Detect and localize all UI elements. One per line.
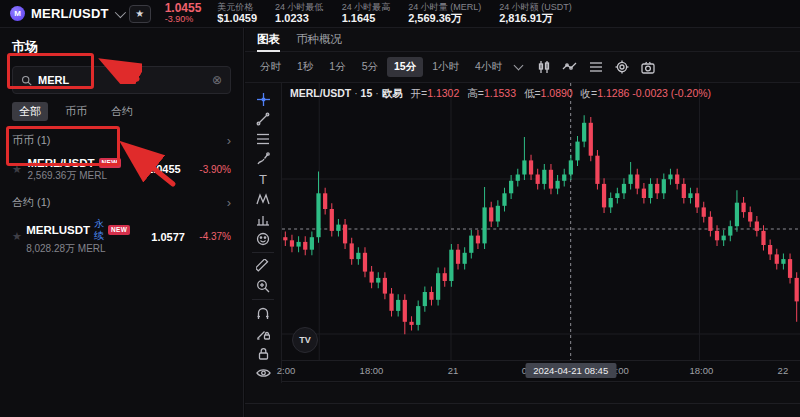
tab-futures[interactable]: 合约	[104, 102, 140, 121]
high-value: 1.1533	[484, 87, 516, 99]
new-badge: NEW	[108, 225, 130, 235]
star-icon[interactable]: ★	[12, 230, 26, 243]
search-icon	[21, 75, 32, 86]
search-input[interactable]: MERL ⊗	[12, 66, 231, 94]
candlestick-style-icon[interactable]	[532, 57, 556, 77]
chart-panel: 图表 币种概况 分时 1秒 1分 5分 15分 1小时 4小时	[245, 28, 800, 417]
market-row-merl-usdt[interactable]: ★ MERL/USDT NEW 2,569.36万 MERL 1.0455 -3…	[12, 156, 231, 183]
new-badge: NEW	[99, 158, 121, 168]
tab-coin-overview[interactable]: 币种概况	[296, 28, 342, 52]
stat-24h-low: 24 小时最低 1.0233	[275, 2, 324, 25]
candle-change: -0.0023 (-0.20%)	[632, 87, 711, 99]
drawing-toolbar: T	[245, 83, 282, 383]
tf-4h[interactable]: 4小时	[468, 57, 509, 77]
low-value: 1.0890	[541, 87, 573, 99]
close-value: 1.1286	[597, 87, 629, 99]
stat-usd-price: 美元价格 $1.0459	[217, 2, 257, 25]
tf-15m[interactable]: 15分	[387, 57, 423, 77]
screenshot-icon[interactable]	[636, 57, 660, 77]
zoom-in-icon[interactable]	[251, 276, 275, 296]
tf-time[interactable]: 分时	[253, 57, 288, 77]
toolbar-divider	[252, 299, 274, 300]
chevron-down-icon[interactable]	[513, 61, 523, 71]
fib-retracement-icon[interactable]	[251, 129, 275, 149]
tf-1m[interactable]: 1分	[322, 57, 352, 77]
trading-app: M MERL/USDT ★ 1.0455 -3.90% 美元价格 $1.0459…	[0, 0, 800, 417]
section-futures-header[interactable]: 合约 (1) ›	[12, 195, 231, 210]
timeframe-toolbar: 分时 1秒 1分 5分 15分 1小时 4小时	[245, 52, 800, 83]
brush-icon[interactable]	[251, 149, 275, 169]
price-change: -3.90%	[165, 15, 202, 24]
tab-chart[interactable]: 图表	[257, 28, 280, 52]
settings-gear-icon[interactable]	[610, 57, 634, 77]
markets-sidebar: 市场 MERL ⊗ 全部 币币 合约 币币 (1) › ★ MERL/USDT …	[0, 28, 244, 417]
last-price-block: 1.0455 -3.90%	[165, 2, 202, 24]
open-value: 1.1302	[427, 87, 459, 99]
section-spot-header[interactable]: 币币 (1) ›	[12, 133, 231, 148]
crosshair-tool-icon[interactable]	[251, 89, 275, 109]
favorite-button[interactable]: ★	[129, 5, 151, 23]
time-tick: 21	[448, 365, 459, 376]
stat-24h-turnover: 24 小时额 (USDT) 2,816.91万	[499, 2, 572, 25]
tab-spot[interactable]: 币币	[58, 102, 94, 121]
tradingview-logo[interactable]: TV	[292, 327, 318, 353]
chevron-right-icon: ›	[227, 195, 231, 210]
top-header: M MERL/USDT ★ 1.0455 -3.90% 美元价格 $1.0459…	[0, 0, 800, 28]
perpetual-tag: 永续	[94, 218, 104, 243]
symbol-title: MERL/USDT	[31, 6, 109, 21]
chevron-down-icon[interactable]	[114, 6, 125, 17]
pair-name: MERLUSDT	[26, 223, 90, 237]
time-tick: 18:00	[690, 365, 714, 376]
pair-change: -3.90%	[181, 164, 231, 175]
trend-line-icon[interactable]	[251, 109, 275, 129]
pair-name: MERL/USDT	[27, 156, 94, 170]
emoji-tool-icon[interactable]	[251, 229, 275, 249]
symbol-selector[interactable]: M MERL/USDT	[10, 6, 123, 21]
lock-all-icon[interactable]	[251, 343, 275, 363]
tf-1s[interactable]: 1秒	[290, 57, 320, 77]
tf-5m[interactable]: 5分	[355, 57, 385, 77]
pair-change: -4.37%	[185, 231, 231, 242]
drawing-lock-icon[interactable]	[251, 323, 275, 343]
header-stats: 美元价格 $1.0459 24 小时最低 1.0233 24 小时最高 1.16…	[217, 2, 571, 25]
pattern-tool-icon[interactable]	[251, 189, 275, 209]
measure-ruler-icon[interactable]	[251, 256, 275, 276]
tab-all[interactable]: 全部	[12, 102, 48, 121]
star-icon[interactable]: ★	[12, 163, 27, 176]
candlestick-chart[interactable]: MERL/USDT · 15 · 欧易 开=1.1302 高=1.1533 低=…	[282, 83, 800, 383]
search-value[interactable]: MERL	[38, 74, 206, 86]
stat-24h-high: 24 小时最高 1.1645	[342, 2, 391, 25]
indicators-icon[interactable]	[558, 57, 582, 77]
chevron-right-icon: ›	[227, 133, 231, 148]
pair-price: 1.0577	[130, 231, 185, 243]
time-tick: 22	[778, 365, 789, 376]
toolbar-divider	[252, 252, 274, 253]
text-tool-icon[interactable]: T	[251, 169, 275, 189]
token-logo-icon: M	[10, 6, 25, 21]
clear-search-icon[interactable]: ⊗	[212, 73, 222, 87]
tf-1h[interactable]: 1小时	[425, 57, 466, 77]
layout-icon[interactable]	[584, 57, 608, 77]
pair-price: 1.0455	[121, 163, 181, 175]
chart-body: T	[245, 83, 800, 383]
candles-canvas[interactable]	[282, 83, 800, 360]
hide-all-eye-icon[interactable]	[251, 363, 275, 383]
forecast-tool-icon[interactable]	[251, 209, 275, 229]
lower-pane-strip	[245, 383, 800, 404]
stat-24h-volume: 24 小时量 (MERL) 2,569.36万	[408, 2, 481, 25]
crosshair-time-tooltip: 2024-04-21 08:45	[525, 363, 616, 378]
star-icon: ★	[135, 8, 144, 19]
pair-volume: 8,028.28万 MERL	[26, 243, 130, 256]
ohlc-legend: MERL/USDT · 15 · 欧易 开=1.1302 高=1.1533 低=…	[290, 87, 711, 101]
time-tick: 18:00	[360, 365, 384, 376]
sidebar-title: 市场	[12, 38, 231, 56]
magnet-icon[interactable]	[251, 303, 275, 323]
market-row-merlusdt-perp[interactable]: ★ MERLUSDT 永续 NEW 8,028.28万 MERL 1.0577 …	[12, 218, 231, 256]
time-tick: 2:00	[277, 365, 296, 376]
chart-tabs: 图表 币种概况	[245, 28, 800, 52]
market-filter-tabs: 全部 币币 合约	[12, 102, 231, 121]
pair-volume: 2,569.36万 MERL	[27, 170, 120, 183]
